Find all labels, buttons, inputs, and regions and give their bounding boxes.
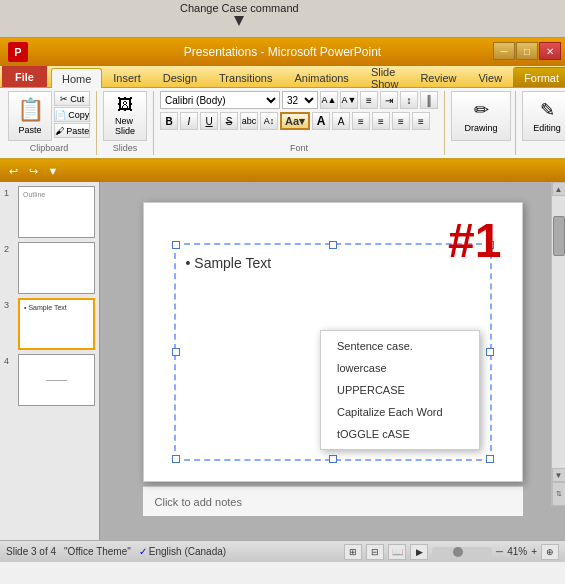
close-button[interactable]: ✕ — [539, 42, 561, 60]
fit-window-button[interactable]: ⊕ — [541, 544, 559, 560]
char-spacing-button[interactable]: A↕ — [260, 112, 278, 130]
minimize-button[interactable]: ─ — [493, 42, 515, 60]
align-center-button[interactable]: ≡ — [372, 112, 390, 130]
sentence-case-item[interactable]: Sentence case. — [321, 335, 479, 357]
bold-button[interactable]: B — [160, 112, 178, 130]
strikethrough-button[interactable]: S — [220, 112, 238, 130]
font-group: Calibri (Body) 32 A▲ A▼ ≡ ⇥ ↕ ║ B I U S … — [156, 91, 445, 155]
slides-group: 🖼 NewSlide Slides — [99, 91, 154, 155]
slide-thumb-2[interactable]: 2 — [4, 242, 95, 294]
qat-dropdown[interactable]: ▼ — [44, 163, 62, 179]
tab-view[interactable]: View — [467, 67, 513, 87]
editing-icon: ✎ — [540, 99, 555, 121]
format-painter-button[interactable]: 🖌 Paste — [54, 123, 90, 138]
vertical-scrollbar: ▲ ▼ ⇅ — [551, 182, 565, 506]
decrease-font-button[interactable]: A▼ — [340, 91, 358, 109]
tab-file[interactable]: File — [2, 65, 47, 87]
handle-bm[interactable] — [329, 455, 337, 463]
title-bar-text: Presentations - Microsoft PowerPoint — [184, 45, 381, 59]
tab-design[interactable]: Design — [152, 67, 208, 87]
font-family-select[interactable]: Calibri (Body) — [160, 91, 280, 109]
scroll-both-button[interactable]: ⇅ — [552, 482, 566, 506]
paste-button[interactable]: 📋 Paste — [8, 91, 52, 141]
italic-button[interactable]: I — [180, 112, 198, 130]
notes-placeholder: Click to add notes — [155, 496, 242, 508]
indent-button[interactable]: ⇥ — [380, 91, 398, 109]
tab-home[interactable]: Home — [51, 68, 102, 88]
slide-thumb-3[interactable]: 3 • Sample Text — [4, 298, 95, 350]
shrink-font-button[interactable]: A — [332, 112, 350, 130]
tab-format[interactable]: Format — [513, 67, 565, 87]
scroll-thumb[interactable] — [553, 216, 565, 256]
theme-info: "Office Theme" — [64, 546, 131, 557]
handle-tl[interactable] — [172, 241, 180, 249]
line-spacing-button[interactable]: ↕ — [400, 91, 418, 109]
reading-view-button[interactable]: 📖 — [388, 544, 406, 560]
font-row-2: B I U S abc A↕ Aa▾ A A ≡ ≡ ≡ ≡ — [160, 112, 438, 130]
tab-slideshow[interactable]: Slide Show — [360, 67, 410, 87]
new-slide-button[interactable]: 🖼 NewSlide — [103, 91, 147, 141]
tab-insert[interactable]: Insert — [102, 67, 152, 87]
redo-button[interactable]: ↪ — [24, 163, 42, 179]
font-row-1: Calibri (Body) 32 A▲ A▼ ≡ ⇥ ↕ ║ — [160, 91, 438, 109]
handle-tm[interactable] — [329, 241, 337, 249]
list-button[interactable]: ≡ — [360, 91, 378, 109]
handle-br[interactable] — [486, 455, 494, 463]
handle-bl[interactable] — [172, 455, 180, 463]
undo-button[interactable]: ↩ — [4, 163, 22, 179]
drawing-button[interactable]: ✏ Drawing — [451, 91, 511, 141]
zoom-plus[interactable]: + — [531, 546, 537, 557]
tab-animations[interactable]: Animations — [283, 67, 359, 87]
slideshow-view-button[interactable]: ▶ — [410, 544, 428, 560]
slide-preview-1[interactable]: Outline — [18, 186, 95, 238]
tab-review[interactable]: Review — [409, 67, 467, 87]
editing-button[interactable]: ✎ Editing — [522, 91, 565, 141]
increase-font-button[interactable]: A▲ — [320, 91, 338, 109]
cut-button[interactable]: ✂ Cut — [54, 91, 90, 106]
tab-transitions[interactable]: Transitions — [208, 67, 283, 87]
slide-num-4: 4 — [4, 354, 14, 366]
toggle-case-item[interactable]: tOGGLE cASE — [321, 423, 479, 445]
col-button[interactable]: ║ — [420, 91, 438, 109]
underline-button[interactable]: U — [200, 112, 218, 130]
copy-button[interactable]: 📄 Copy — [54, 107, 90, 122]
slide-info: Slide 3 of 4 — [6, 546, 56, 557]
scroll-up-button[interactable]: ▲ — [552, 182, 566, 196]
uppercase-item[interactable]: UPPERCASE — [321, 379, 479, 401]
align-right-button[interactable]: ≡ — [392, 112, 410, 130]
zoom-minus[interactable]: ─ — [496, 546, 503, 557]
align-left-button[interactable]: ≡ — [352, 112, 370, 130]
grow-font-button[interactable]: A — [312, 112, 330, 130]
justify-button[interactable]: ≡ — [412, 112, 430, 130]
slide-3-text: • Sample Text — [24, 304, 67, 311]
drawing-content: ✏ Drawing — [451, 91, 511, 155]
slide-number-label: #1 — [448, 213, 501, 268]
slide-preview-2[interactable] — [18, 242, 95, 294]
shadow-button[interactable]: abc — [240, 112, 258, 130]
slide-preview-3[interactable]: • Sample Text — [18, 298, 95, 350]
font-size-select[interactable]: 32 — [282, 91, 318, 109]
normal-view-button[interactable]: ⊞ — [344, 544, 362, 560]
slide-thumb-4[interactable]: 4 ───── — [4, 354, 95, 406]
zoom-thumb[interactable] — [453, 547, 463, 557]
language-check: ✓ English (Canada) — [139, 546, 226, 557]
clipboard-label: Clipboard — [30, 143, 69, 153]
change-case-menu: Sentence case. lowercase UPPERCASE Capit… — [320, 330, 480, 450]
handle-mr[interactable] — [486, 348, 494, 356]
slide-thumb-1[interactable]: 1 Outline — [4, 186, 95, 238]
slide-preview-4[interactable]: ───── — [18, 354, 95, 406]
scroll-down-button[interactable]: ▼ — [552, 468, 566, 482]
status-bar: Slide 3 of 4 "Office Theme" ✓ English (C… — [0, 540, 565, 562]
slide-1-text: Outline — [23, 191, 45, 198]
zoom-slider[interactable] — [432, 547, 492, 557]
change-case-button[interactable]: Aa▾ — [280, 112, 310, 130]
notes-area[interactable]: Click to add notes — [143, 486, 523, 516]
slide-sorter-button[interactable]: ⊟ — [366, 544, 384, 560]
capitalize-each-word-item[interactable]: Capitalize Each Word — [321, 401, 479, 423]
editing-label: Editing — [533, 123, 561, 133]
title-controls[interactable]: ─ □ ✕ — [493, 42, 561, 60]
maximize-button[interactable]: □ — [516, 42, 538, 60]
lowercase-item[interactable]: lowercase — [321, 357, 479, 379]
slide-4-text: ───── — [46, 377, 67, 383]
handle-ml[interactable] — [172, 348, 180, 356]
